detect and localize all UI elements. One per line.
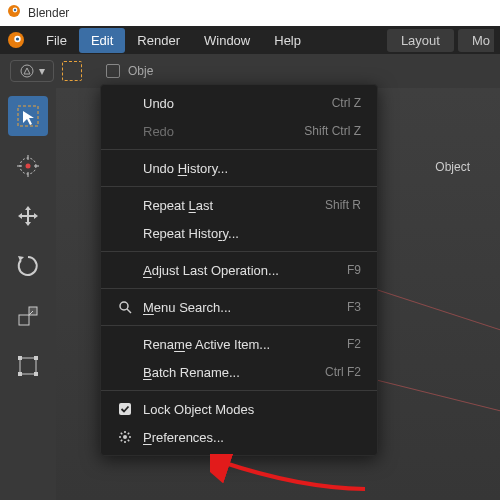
tool-move[interactable] <box>8 196 48 236</box>
svg-point-25 <box>123 435 127 439</box>
tool-scale[interactable] <box>8 296 48 336</box>
menu-item-label: Lock Object Modes <box>143 402 254 417</box>
menu-separator <box>101 186 377 187</box>
menu-item-label: Undo <box>143 96 174 111</box>
mode-label: Obje <box>128 64 153 78</box>
menu-file[interactable]: File <box>34 28 79 53</box>
menu-item-menu-search[interactable]: Menu Search... F3 <box>101 293 377 321</box>
menu-window[interactable]: Window <box>192 28 262 53</box>
menu-item-label: Rename Active Item... <box>143 337 270 352</box>
overlay-checkbox[interactable] <box>106 64 120 78</box>
svg-rect-20 <box>18 372 22 376</box>
header-toolbar: ▾ Obje <box>0 54 500 88</box>
workspace-tab-modeling[interactable]: Mo <box>458 29 494 52</box>
app-logo-icon <box>6 3 22 23</box>
tool-cursor[interactable] <box>8 146 48 186</box>
menu-edit[interactable]: Edit <box>79 28 125 53</box>
svg-line-33 <box>128 433 129 434</box>
svg-point-9 <box>26 164 31 169</box>
menu-separator <box>101 325 377 326</box>
app-frame: File Edit Render Window Help Layout Mo ▾… <box>0 26 500 500</box>
svg-point-2 <box>14 9 16 11</box>
svg-point-22 <box>120 302 128 310</box>
select-indicator-icon <box>62 61 82 81</box>
chevron-down-icon: ▾ <box>39 64 45 78</box>
svg-point-6 <box>21 65 33 77</box>
gear-icon <box>117 429 133 445</box>
svg-rect-19 <box>34 356 38 360</box>
menu-item-label: Preferences... <box>143 430 224 445</box>
tool-rotate[interactable] <box>8 246 48 286</box>
menubar: File Edit Render Window Help Layout Mo <box>0 26 500 54</box>
object-label: Object <box>435 160 470 174</box>
svg-rect-24 <box>119 403 131 415</box>
compass-icon <box>19 63 35 79</box>
svg-line-23 <box>127 309 131 313</box>
menu-render[interactable]: Render <box>125 28 192 53</box>
svg-rect-17 <box>20 358 36 374</box>
titlebar: Blender <box>0 0 500 26</box>
menu-item-undo-history[interactable]: Undo History... <box>101 154 377 182</box>
tool-sidebar <box>0 88 56 500</box>
svg-line-30 <box>121 433 122 434</box>
menu-item-label: Repeat History... <box>143 226 239 241</box>
tool-select-box[interactable] <box>8 96 48 136</box>
menu-item-rename-active[interactable]: Rename Active Item... F2 <box>101 330 377 358</box>
menu-item-preferences[interactable]: Preferences... <box>101 423 377 451</box>
menu-shortcut: Ctrl Z <box>332 96 361 110</box>
menu-item-batch-rename[interactable]: Batch Rename... Ctrl F2 <box>101 358 377 386</box>
menu-item-label: Adjust Last Operation... <box>143 263 279 278</box>
menu-help[interactable]: Help <box>262 28 313 53</box>
menu-item-redo[interactable]: Redo Shift Ctrl Z <box>101 117 377 145</box>
checkbox-checked-icon <box>117 401 133 417</box>
menu-item-label: Undo History... <box>143 161 228 176</box>
menu-item-lock-object-modes[interactable]: Lock Object Modes <box>101 395 377 423</box>
search-icon <box>117 299 133 315</box>
svg-line-31 <box>128 440 129 441</box>
svg-rect-21 <box>34 372 38 376</box>
tool-transform[interactable] <box>8 346 48 386</box>
snap-dropdown[interactable]: ▾ <box>10 60 54 82</box>
window-title: Blender <box>28 6 69 20</box>
menu-item-adjust-last[interactable]: Adjust Last Operation... F9 <box>101 256 377 284</box>
menu-separator <box>101 288 377 289</box>
menu-item-label: Batch Rename... <box>143 365 240 380</box>
menu-shortcut: Ctrl F2 <box>325 365 361 379</box>
menu-separator <box>101 390 377 391</box>
menu-item-repeat-history[interactable]: Repeat History... <box>101 219 377 247</box>
workspace-tab-layout[interactable]: Layout <box>387 29 454 52</box>
menu-item-repeat-last[interactable]: Repeat Last Shift R <box>101 191 377 219</box>
menu-shortcut: Shift Ctrl Z <box>304 124 361 138</box>
menu-item-label: Repeat Last <box>143 198 213 213</box>
menu-shortcut: F3 <box>347 300 361 314</box>
menu-item-label: Redo <box>143 124 174 139</box>
svg-rect-18 <box>18 356 22 360</box>
edit-menu-dropdown: Undo Ctrl Z Redo Shift Ctrl Z Undo Histo… <box>100 84 378 456</box>
blender-logo-icon <box>6 30 26 50</box>
menu-shortcut: F2 <box>347 337 361 351</box>
menu-shortcut: F9 <box>347 263 361 277</box>
menu-separator <box>101 149 377 150</box>
menu-separator <box>101 251 377 252</box>
svg-line-32 <box>121 440 122 441</box>
svg-point-5 <box>16 37 19 40</box>
svg-rect-14 <box>19 315 29 325</box>
menu-shortcut: Shift R <box>325 198 361 212</box>
menu-item-undo[interactable]: Undo Ctrl Z <box>101 89 377 117</box>
menu-item-label: Menu Search... <box>143 300 231 315</box>
